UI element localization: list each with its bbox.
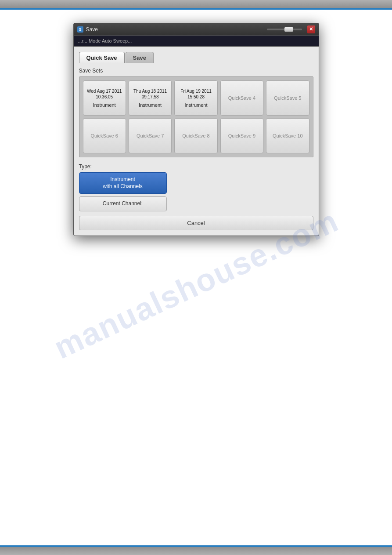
close-button[interactable]: ✕	[307, 25, 315, 33]
save-slot-1[interactable]: Wed Aug 17 201110:36:05 Instrument	[83, 80, 126, 116]
slot-2-date: Thu Aug 18 201109:17:58	[133, 88, 167, 100]
host-background: ...r... Mode Auto Sweep...	[74, 36, 319, 47]
save-slot-7[interactable]: QuickSave 7	[129, 118, 172, 153]
type-label: Type:	[79, 163, 313, 170]
tab-bar: Quick Save Save	[79, 52, 313, 63]
host-text: ...r... Mode Auto Sweep...	[78, 38, 132, 44]
slot-3-name: Instrument	[185, 102, 208, 108]
tab-quick-save[interactable]: Quick Save	[79, 52, 125, 63]
slot-4-name: QuickSave 4	[228, 95, 255, 101]
save-slot-9[interactable]: QuickSave 9	[220, 118, 263, 153]
save-slot-6[interactable]: QuickSave 6	[83, 118, 126, 153]
save-sets-grid: Wed Aug 17 201110:36:05 Instrument Thu A…	[79, 76, 313, 157]
slider-area	[267, 29, 302, 30]
bottom-bar	[0, 545, 392, 555]
save-slot-5[interactable]: QuickSave 5	[266, 80, 309, 116]
save-slot-4[interactable]: QuickSave 4	[220, 80, 263, 116]
slot-5-name: QuickSave 5	[274, 95, 301, 101]
save-slot-2[interactable]: Thu Aug 18 201109:17:58 Instrument	[129, 80, 172, 116]
slot-1-date: Wed Aug 17 201110:36:05	[87, 88, 122, 100]
dialog-window: S Save ✕ ...r... Mode Auto Sweep... Quic…	[73, 23, 319, 236]
slot-1-name: Instrument	[93, 102, 116, 108]
slot-10-name: QuickSave 10	[273, 133, 302, 138]
dialog-title: Save	[86, 26, 98, 33]
slot-8-name: QuickSave 8	[182, 133, 209, 138]
cancel-button[interactable]: Cancel	[79, 216, 313, 230]
tab-save[interactable]: Save	[126, 52, 154, 63]
slider-track[interactable]	[267, 29, 302, 30]
slot-9-name: QuickSave 9	[228, 133, 255, 138]
type-instrument-all-channels-button[interactable]: Instrument with all Channels	[79, 172, 167, 194]
title-bar-left: S Save	[77, 26, 98, 33]
page-content: manualshouse.com S Save ✕ ...r... Mode A…	[0, 10, 392, 537]
slider-thumb[interactable]	[284, 27, 293, 32]
title-bar: S Save ✕	[74, 23, 319, 36]
save-slot-10[interactable]: QuickSave 10	[266, 118, 309, 153]
slot-3-date: Fri Aug 19 201115:50:28	[180, 88, 212, 100]
type-current-channel-button[interactable]: Current Channel:	[79, 196, 167, 211]
save-sets-label: Save Sets	[79, 68, 313, 74]
dialog-body: Quick Save Save Save Sets Wed Aug 17 201…	[74, 47, 319, 236]
dialog-icon: S	[77, 26, 83, 33]
slot-6-name: QuickSave 6	[91, 133, 118, 138]
slot-2-name: Instrument	[139, 102, 162, 108]
save-slot-8[interactable]: QuickSave 8	[174, 118, 217, 153]
save-slot-3[interactable]: Fri Aug 19 201115:50:28 Instrument	[174, 80, 217, 116]
bottom-bar-accent	[0, 545, 392, 547]
top-bar	[0, 0, 392, 10]
title-bar-right: ✕	[267, 25, 315, 33]
slot-7-name: QuickSave 7	[137, 133, 164, 138]
type-section: Type: Instrument with all Channels Curre…	[79, 163, 313, 211]
